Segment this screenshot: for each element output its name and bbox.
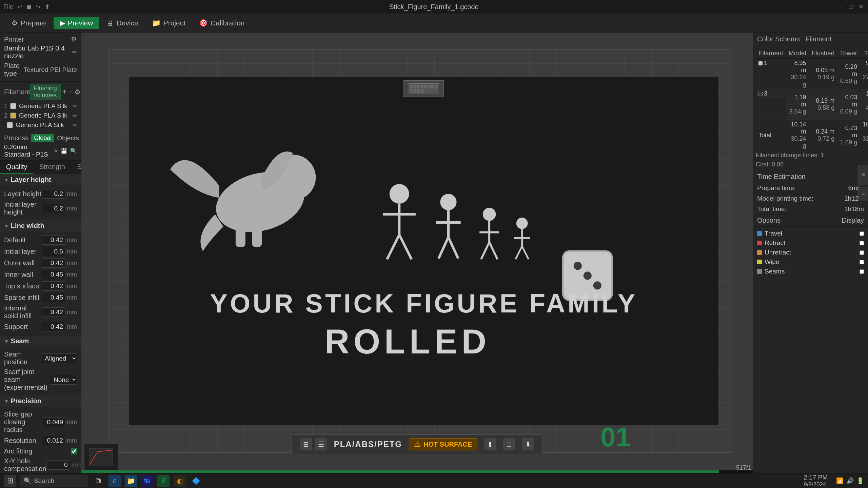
profile-search-icon[interactable]: 🔍 [70,148,77,154]
plate-type-value[interactable]: Textured PEI Plate [24,66,77,74]
scarf-select[interactable]: None [50,375,77,385]
explorer-icon[interactable]: 📁 [125,475,137,487]
task-view-btn[interactable]: ⧉ [92,475,104,487]
objects-label[interactable]: Objects [57,135,79,142]
layer-height-input[interactable] [42,189,65,199]
windows-start-btn[interactable]: ⊞ [4,475,16,487]
global-badge[interactable]: Global [31,134,54,142]
remove-filament-icon[interactable]: − [68,88,73,96]
browser-icon[interactable]: e [108,475,121,487]
settings1-icon-btn[interactable]: ⬆ [484,438,496,450]
slice-gap-input[interactable] [42,418,65,427]
color-scheme-label[interactable]: Color Scheme [757,35,800,43]
printer-config-icon[interactable]: ⚙ [71,35,77,43]
filament-tab-label[interactable]: Filament [806,35,832,43]
filament-settings-icon[interactable]: ⚙ [75,88,81,96]
tab-quality[interactable]: Quality [0,161,33,174]
seam-header[interactable]: ▼ Seam [0,336,81,347]
filament-2-swatch[interactable] [10,113,16,119]
line-width-header[interactable]: ▼ Line width [0,220,81,231]
export-btn[interactable]: ⬆ [45,3,50,11]
calibration-nav[interactable]: 🎯 Calibration [193,17,251,29]
filament-2-name[interactable]: Generic PLA Silk [19,112,70,119]
right-expand2-icon[interactable]: ≡ [859,187,868,201]
layer-height-title: Layer height [11,176,51,184]
network-icon[interactable]: 📶 [836,477,844,485]
arc-fitting-checkbox[interactable] [71,448,77,454]
printer-edit-icon[interactable]: ✏ [72,48,77,56]
profile-name[interactable]: 0.20mm Standard - P1S [4,143,51,158]
flushing-volumes-btn[interactable]: Flushing volumes [30,84,61,100]
search-taskbar-icon: 🔍 [24,477,31,485]
seam-position-select[interactable]: Aligned Nearest Random [41,353,77,363]
filament-item-2: 2 Generic PLA Silk ✏ [4,111,77,120]
preview-nav[interactable]: ▶ Preview [54,17,99,29]
filament-1-swatch[interactable] [10,103,16,109]
svg-rect-2 [236,223,245,247]
filament-3-swatch[interactable] [7,122,13,128]
app-icon-2[interactable]: 🔷 [190,475,202,487]
initial-layer-height-input[interactable] [42,204,65,213]
maximize-btn[interactable]: □ [847,3,854,11]
profile-save-icon[interactable]: 💾 [61,148,67,154]
redo-btn[interactable]: ↪ [36,3,41,11]
main-viewport: Bambu Textured PEI Plate [81,33,753,473]
volume-icon[interactable]: 🔊 [846,477,854,485]
lw-initial-input[interactable] [42,247,65,256]
filament-1-edit-icon[interactable]: ✏ [73,103,77,109]
right-expand-icon[interactable]: ≡ [859,165,868,185]
search-taskbar-btn[interactable]: 🔍 Search [20,475,88,487]
filament-3-name[interactable]: Generic PLA Silk [16,121,70,129]
profile-delete-icon[interactable]: ✕ [54,148,58,154]
lw-outer-input[interactable] [42,258,65,268]
lw-sparse-input[interactable] [42,293,65,302]
file-menu[interactable]: File [3,3,13,11]
lw-internal-input[interactable] [42,307,65,317]
lw-support-input[interactable] [42,322,65,331]
seams-checkbox[interactable] [860,269,864,274]
settings3-icon-btn[interactable]: ⬇ [522,438,534,450]
close-btn[interactable]: ✕ [857,3,865,11]
battery-icon[interactable]: 🔋 [856,477,864,485]
retract-checkbox[interactable] [860,241,864,245]
legend-travel: Travel [757,229,864,238]
filament-3-edit-icon[interactable]: ✏ [73,122,77,128]
bambu-icon[interactable]: B [157,475,170,487]
lw-inner-input[interactable] [42,270,65,279]
settings2-icon-btn[interactable]: □ [503,438,515,450]
travel-checkbox[interactable] [860,231,864,236]
precision-title: Precision [11,397,41,405]
lw-top-input[interactable] [42,281,65,291]
row3-total: 1.41 m4.21 g [860,89,868,120]
list-icon-btn[interactable]: ☰ [315,438,327,450]
add-filament-icon[interactable]: + [63,88,67,96]
lw-default-input[interactable] [42,235,65,245]
printer-name[interactable]: Bambu Lab P1S 0.4 nozzle [4,44,72,60]
travel-color-dot [757,231,762,236]
unretract-checkbox[interactable] [860,250,864,255]
tab-strength[interactable]: Strength [33,161,71,174]
preview-label: Preview [68,19,93,27]
filament-2-edit-icon[interactable]: ✏ [73,113,77,119]
undo-btn[interactable]: ↩ [17,3,22,11]
device-nav[interactable]: 🖨 Device [100,17,144,29]
prepare-nav[interactable]: ⚙ Prepare [5,17,52,29]
app-icon-2-logo: 🔷 [192,477,200,485]
tab-speed[interactable]: Speed [71,161,81,174]
filament-1-name[interactable]: Generic PLA Silk [19,102,70,110]
layer-height-header[interactable]: ▼ Layer height [0,174,81,185]
store-icon[interactable]: 🛍 [141,475,153,487]
resolution-input[interactable] [42,436,65,445]
precision-header[interactable]: ▼ Precision [0,395,81,407]
wipe-checkbox[interactable] [860,260,864,264]
clock-time: 2:17 PM [804,474,828,481]
row1-id: 1 [756,59,786,68]
save-btn[interactable]: ◼ [26,3,32,11]
xy-hole-input[interactable] [46,460,70,470]
project-nav[interactable]: 📁 Project [146,17,192,29]
grid-icon-btn[interactable]: ⊞ [300,438,312,450]
blender-icon[interactable]: ◐ [174,475,186,487]
minimize-btn[interactable]: ─ [837,3,844,11]
legend-wipe: Wipe [757,257,864,267]
legend-retract: Retract [757,238,864,248]
